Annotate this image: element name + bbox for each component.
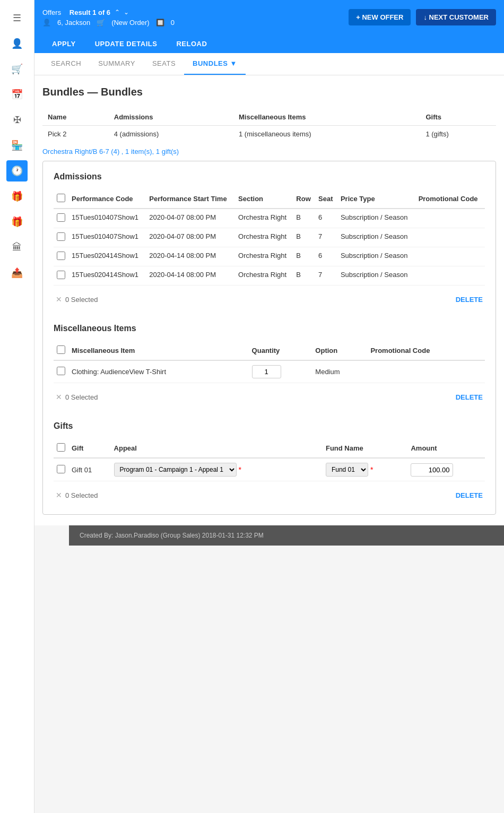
- start-time-header: Performance Start Time: [146, 189, 235, 209]
- grid-icon[interactable]: ✠: [6, 109, 28, 131]
- header-left: Offers Result 1 of 6 ⌃ ⌄ 👤 6, Jackson 🛒 …: [42, 8, 175, 27]
- footer-text: Created By: Jason.Paradiso (Group Sales)…: [80, 532, 264, 539]
- admission-2-promo: [415, 228, 485, 247]
- offers-label: Offers: [42, 8, 61, 16]
- building-icon[interactable]: 🏛: [6, 237, 28, 258]
- admissions-table: Performance Code Performance Start Time …: [54, 189, 485, 286]
- nav-arrows: ⌃ ⌄: [114, 8, 130, 16]
- gifts-selected-count: 0 Selected: [65, 491, 98, 499]
- gift-1-amount-input[interactable]: [411, 463, 453, 477]
- offers-nav: Offers Result 1 of 6 ⌃ ⌄: [42, 8, 175, 16]
- bundle-admissions-cell: 4 (admissions): [109, 126, 233, 143]
- admission-4-section: Orchestra Right: [235, 266, 293, 286]
- admission-4-start-time: 2020-04-14 08:00 PM: [146, 266, 235, 286]
- admission-1-checkbox[interactable]: [57, 213, 65, 222]
- gifts-selected-label: ✕ 0 Selected: [56, 491, 98, 499]
- gifts-section-title: Gifts: [54, 421, 485, 431]
- admission-4-perf-code: 15Tues020414Show1: [68, 266, 146, 286]
- admission-row-2: 15Tues010407Show1 2020-04-07 08:00 PM Or…: [54, 228, 485, 247]
- misc-row-1: Clothing: AudienceView T-Shirt Medium: [54, 360, 485, 383]
- gift-1-checkbox[interactable]: [57, 465, 65, 473]
- misc-item-header: Miscellaneous Item: [68, 341, 249, 360]
- admissions-delete-button[interactable]: DELETE: [456, 296, 483, 304]
- admission-3-row: B: [293, 247, 315, 266]
- promo-code-header: Promotional Code: [415, 189, 485, 209]
- misc-delete-button[interactable]: DELETE: [456, 393, 483, 401]
- bundle-row: Pick 2 4 (admissions) 1 (miscellaneous i…: [42, 126, 496, 143]
- admission-1-promo: [415, 209, 485, 228]
- admission-2-row: B: [293, 228, 315, 247]
- misc-select-all-checkbox[interactable]: [57, 345, 65, 354]
- nav-down-btn[interactable]: ⌄: [123, 8, 130, 16]
- tab-summary[interactable]: SUMMARY: [90, 53, 144, 75]
- bundle-admissions-header: Admissions: [109, 109, 233, 126]
- gift-1-fund-wrap: Fund 01 *: [326, 463, 405, 477]
- admissions-selected-count: 0 Selected: [65, 296, 98, 304]
- bundle-misc-cell: 1 (miscellaneous items): [233, 126, 420, 143]
- gifts-table: Gift Appeal Fund Name Amount Gift 01: [54, 439, 485, 481]
- group-count: 0: [171, 19, 175, 27]
- gifts-select-all-checkbox[interactable]: [57, 443, 65, 452]
- group-icon-header: 🔲: [156, 19, 164, 27]
- admission-4-promo: [415, 266, 485, 286]
- misc-1-checkbox[interactable]: [57, 367, 65, 375]
- tab-bundles[interactable]: BUNDLES ▼: [184, 53, 246, 75]
- gifts-clear-btn[interactable]: ✕: [56, 491, 62, 499]
- admission-2-perf-code: 15Tues010407Show1: [68, 228, 146, 247]
- bundle-gifts-header: Gifts: [420, 109, 496, 126]
- action-bar: APPLY UPDATE DETAILS RELOAD: [34, 34, 504, 53]
- misc-clear-btn[interactable]: ✕: [56, 393, 62, 401]
- cart-icon-header: 🛒: [97, 19, 105, 27]
- misc-option-header: Option: [312, 341, 367, 360]
- admissions-select-all-checkbox[interactable]: [57, 194, 65, 202]
- gifts-delete-button[interactable]: DELETE: [456, 491, 483, 499]
- user-icon[interactable]: 👤: [6, 33, 28, 54]
- next-customer-button[interactable]: ↓ NEXT CUSTOMER: [416, 9, 496, 25]
- misc-1-quantity-input[interactable]: [252, 365, 281, 378]
- nav-up-btn[interactable]: ⌃: [114, 8, 121, 16]
- misc-section-title: Miscellaneous Items: [54, 324, 485, 333]
- admission-1-section: Orchestra Right: [235, 209, 293, 228]
- admission-3-price-type: Subscription / Season: [337, 247, 415, 266]
- calendar-icon[interactable]: 📅: [6, 84, 28, 105]
- admissions-clear-btn[interactable]: ✕: [56, 295, 62, 304]
- admission-3-start-time: 2020-04-14 08:00 PM: [146, 247, 235, 266]
- tab-seats[interactable]: SEATS: [144, 53, 184, 75]
- admission-2-checkbox[interactable]: [57, 232, 65, 241]
- gift-1-appeal-select[interactable]: Program 01 - Campaign 1 - Appeal 1: [114, 463, 237, 477]
- gift-1-fund-select[interactable]: Fund 01: [326, 463, 368, 477]
- bundle-misc-header: Miscellaneous Items: [233, 109, 420, 126]
- page-title: Bundles — Bundles: [42, 86, 496, 98]
- misc-selection-row: ✕ 0 Selected DELETE: [54, 388, 485, 405]
- hamburger-icon[interactable]: ☰: [6, 7, 28, 29]
- cart-icon[interactable]: 🛒: [6, 58, 28, 80]
- appeal-header: Appeal: [111, 439, 323, 458]
- bundle-detail-link[interactable]: Orchestra Right/B 6-7 (4) , 1 item(s), 1…: [42, 148, 179, 155]
- export-icon[interactable]: 📤: [6, 262, 28, 283]
- seat-header: Seat: [315, 189, 337, 209]
- package-icon[interactable]: 🎁: [6, 211, 28, 232]
- admission-row-1: 15Tues010407Show1 2020-04-07 08:00 PM Or…: [54, 209, 485, 228]
- misc-promo-header: Promotional Code: [367, 341, 485, 360]
- admissions-selection-row: ✕ 0 Selected DELETE: [54, 291, 485, 308]
- section-header: Section: [235, 189, 293, 209]
- admission-3-section: Orchestra Right: [235, 247, 293, 266]
- admission-3-checkbox[interactable]: [57, 252, 65, 260]
- bundles-dropdown-icon: ▼: [230, 59, 237, 67]
- history-icon[interactable]: 🕐: [6, 160, 28, 181]
- gift-1-appeal-wrap: Program 01 - Campaign 1 - Appeal 1 *: [114, 463, 319, 477]
- sidebar: ☰ 👤 🛒 📅 ✠ 🏪 🕐 🎁 🎁 🏛 📤: [0, 0, 34, 546]
- perf-code-header: Performance Code: [68, 189, 146, 209]
- gifts-selection-row: ✕ 0 Selected DELETE: [54, 487, 485, 504]
- apply-button[interactable]: APPLY: [42, 34, 85, 53]
- tab-search[interactable]: SEARCH: [42, 53, 90, 75]
- reload-button[interactable]: RELOAD: [167, 34, 216, 53]
- admission-4-checkbox[interactable]: [57, 271, 65, 279]
- gift-icon[interactable]: 🎁: [6, 186, 28, 207]
- new-offer-button[interactable]: + NEW OFFER: [349, 9, 411, 25]
- bundle-name-header: Name: [42, 109, 109, 126]
- update-details-button[interactable]: UPDATE DETAILS: [85, 34, 167, 53]
- store-icon[interactable]: 🏪: [6, 135, 28, 156]
- bundle-name-cell: Pick 2: [42, 126, 109, 143]
- user-icon-header: 👤: [42, 19, 51, 27]
